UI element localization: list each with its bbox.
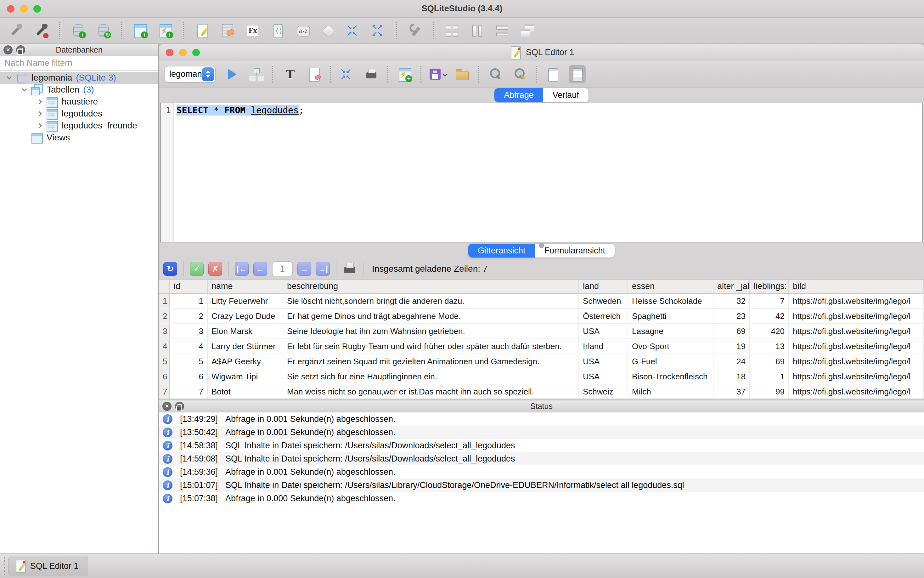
row-header[interactable]: 3 xyxy=(159,324,170,339)
cell-alter-jah[interactable]: 19 xyxy=(713,339,750,354)
run-button[interactable] xyxy=(223,65,240,83)
commit-button[interactable]: ✓ xyxy=(190,262,204,276)
ddl-history-icon[interactable] xyxy=(220,23,235,38)
cell-name[interactable]: Crazy Lego Dude xyxy=(207,308,283,324)
cell-id[interactable]: 2 xyxy=(170,308,207,324)
cell-lieblings[interactable]: 420 xyxy=(750,324,789,339)
function-editor-icon[interactable] xyxy=(245,23,259,38)
cell-bild[interactable]: https://ofi.gbsl.website/img/lego/l xyxy=(789,354,923,369)
cell-lieblings[interactable]: 99 xyxy=(750,384,789,399)
print-query-button[interactable] xyxy=(363,65,380,83)
cell-essen[interactable]: Ovo-Sport xyxy=(628,339,713,354)
clear-history-button[interactable] xyxy=(305,65,322,83)
connect-icon[interactable] xyxy=(9,23,23,38)
cell-beschreibung[interactable]: Er lebt für sein Rugby-Team und wird frü… xyxy=(283,339,579,354)
database-edit-icon[interactable] xyxy=(96,23,110,38)
tree-item-tabellen[interactable]: Tabellen(3) xyxy=(0,84,158,96)
cell-id[interactable]: 4 xyxy=(170,339,207,354)
tab-verlauf[interactable]: Verlauf xyxy=(543,88,588,102)
cell-name[interactable]: Wigwam Tipi xyxy=(207,369,283,384)
cell-beschreibung[interactable]: Sie setzt sich für eine Häuptlinginnen e… xyxy=(283,369,579,384)
last-page-button[interactable]: →| xyxy=(316,262,330,276)
sort-az-icon[interactable] xyxy=(295,23,310,38)
cell-id[interactable]: 6 xyxy=(170,369,207,384)
cell-land[interactable]: USA xyxy=(579,354,628,369)
find-button[interactable] xyxy=(486,65,504,83)
export-results-button[interactable] xyxy=(338,65,355,83)
tree-item-views[interactable]: Views xyxy=(0,132,158,144)
detach-panel-icon[interactable] xyxy=(16,45,25,54)
explain-plan-button[interactable] xyxy=(248,65,265,83)
tree-item-legodudes[interactable]: legodudes xyxy=(0,108,158,120)
tile-horizontal-icon[interactable] xyxy=(495,23,509,38)
open-sql-icon[interactable] xyxy=(455,67,469,81)
results-tab-view-icon[interactable] xyxy=(545,67,560,81)
rollback-button[interactable]: ✗ xyxy=(208,262,222,276)
first-page-button[interactable]: |← xyxy=(235,262,249,276)
tree-item-haustiere[interactable]: haustiere xyxy=(0,96,158,108)
cell-land[interactable]: Irland xyxy=(579,339,628,354)
column-header-beschreibung[interactable]: beschreibung xyxy=(283,279,579,294)
expander-down-icon[interactable] xyxy=(3,76,15,80)
export-results-icon[interactable] xyxy=(340,67,354,81)
row-header[interactable]: 6 xyxy=(159,369,170,384)
format-sql-icon[interactable] xyxy=(282,67,297,81)
tab-gitteransicht[interactable]: Gitteransicht xyxy=(468,244,535,258)
column-header-land[interactable]: land xyxy=(579,279,628,294)
taskbar-item-sql-editor[interactable]: SQL Editor 1 xyxy=(8,556,88,576)
cell-beschreibung[interactable]: Er hat gerne Dinos und trägt abegahrene … xyxy=(283,308,579,324)
cell-id[interactable]: 5 xyxy=(170,354,207,369)
zoom-editor-button[interactable] xyxy=(192,49,200,56)
cell-name[interactable]: Botot xyxy=(207,384,283,399)
cell-name[interactable]: Litty Feuerwehr xyxy=(207,294,283,308)
cell-id[interactable]: 7 xyxy=(170,384,207,399)
cell-beschreibung[interactable]: Sie löscht nicht,sondern bringt die ande… xyxy=(283,294,579,308)
database-add-icon[interactable] xyxy=(71,23,85,38)
minimize-window-button[interactable] xyxy=(20,5,28,13)
cell-bild[interactable]: https://ofi.gbsl.website/img/lego/l xyxy=(789,308,923,324)
cell-bild[interactable]: https://ofi.gbsl.website/img/lego/l xyxy=(789,339,923,354)
cell-essen[interactable]: Lasagne xyxy=(628,324,713,339)
cell-lieblings[interactable]: 42 xyxy=(750,308,789,324)
refresh-results-button[interactable]: ↻ xyxy=(163,262,177,276)
cell-land[interactable]: USA xyxy=(579,324,628,339)
replace-button[interactable] xyxy=(511,65,528,83)
taskbar-drag-handle-icon[interactable] xyxy=(4,557,6,575)
find-icon[interactable] xyxy=(488,67,502,81)
cell-bild[interactable]: https://ofi.gbsl.website/img/lego/l xyxy=(789,294,923,308)
cascade-windows-icon[interactable] xyxy=(520,23,535,38)
close-status-icon[interactable]: ✕ xyxy=(162,402,172,411)
tree-item-legodudes_freunde[interactable]: legodudes_freunde xyxy=(0,120,158,132)
cell-essen[interactable]: G-Fuel xyxy=(628,354,713,369)
explain-plan-icon[interactable] xyxy=(249,67,263,81)
cell-bild[interactable]: https://ofi.gbsl.website/img/lego/l xyxy=(789,369,923,384)
column-header-essen[interactable]: essen xyxy=(628,279,713,294)
results-split-view-icon[interactable] xyxy=(570,67,584,81)
settings-wrench-icon[interactable] xyxy=(408,23,422,38)
tile-grid-icon[interactable] xyxy=(445,23,459,38)
cell-land[interactable]: USA xyxy=(579,369,628,384)
open-sql-button[interactable] xyxy=(454,65,470,83)
import-icon[interactable] xyxy=(346,23,360,38)
tab-abfrage[interactable]: Abfrage xyxy=(494,88,543,102)
cell-land[interactable]: Österreich xyxy=(579,308,628,324)
database-filter-input[interactable] xyxy=(0,56,158,70)
cell-essen[interactable]: Milch xyxy=(628,384,713,399)
cell-land[interactable]: Schweden xyxy=(579,294,628,308)
disconnect-icon[interactable] xyxy=(34,23,49,38)
save-dropdown-chevron-icon[interactable] xyxy=(443,72,447,76)
cell-bild[interactable]: https://ofi.gbsl.website/img/lego/l xyxy=(789,384,923,399)
cell-essen[interactable]: Spaghetti xyxy=(628,308,713,324)
replace-icon[interactable] xyxy=(512,67,527,81)
row-header[interactable]: 7 xyxy=(159,384,170,399)
view-add-icon[interactable]: ⚡ xyxy=(158,23,172,38)
cell-name[interactable]: Elon Marsk xyxy=(207,324,283,339)
cell-beschreibung[interactable]: Seine Ideologie hat ihn zum Wahnsinn get… xyxy=(283,324,579,339)
cell-alter-jah[interactable]: 23 xyxy=(713,308,750,324)
row-header[interactable]: 1 xyxy=(159,294,170,308)
cell-beschreibung[interactable]: Man weiss nicht so genau,wer er ist.Das … xyxy=(283,384,579,399)
save-sql-button[interactable] xyxy=(429,65,446,83)
sql-editor-icon[interactable] xyxy=(195,23,209,38)
format-sql-button[interactable] xyxy=(281,65,298,83)
row-header[interactable]: 5 xyxy=(159,354,170,369)
